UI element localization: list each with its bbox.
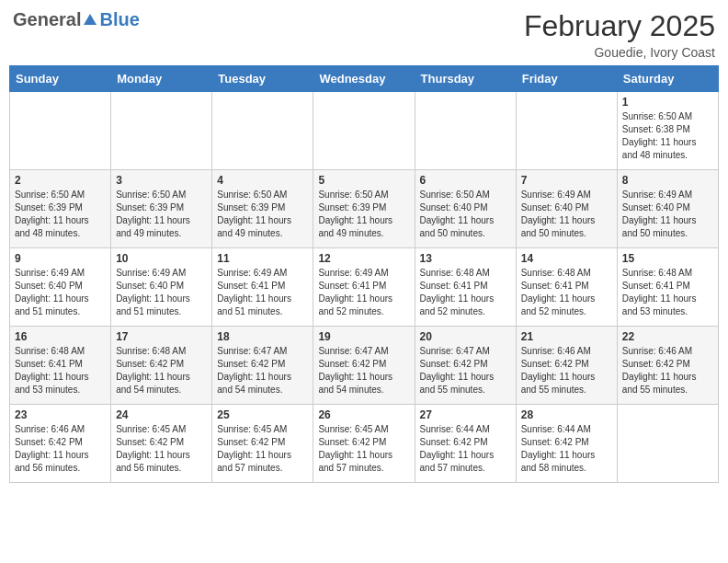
table-row: 24Sunrise: 6:45 AM Sunset: 6:42 PM Dayli… bbox=[111, 405, 212, 483]
day-number: 3 bbox=[116, 174, 207, 187]
table-row: 16Sunrise: 6:48 AM Sunset: 6:41 PM Dayli… bbox=[10, 327, 111, 405]
table-row bbox=[516, 92, 617, 170]
col-tuesday: Tuesday bbox=[212, 66, 313, 92]
day-number: 7 bbox=[521, 174, 612, 187]
day-info: Sunrise: 6:45 AM Sunset: 6:42 PM Dayligh… bbox=[318, 423, 409, 475]
day-info: Sunrise: 6:44 AM Sunset: 6:42 PM Dayligh… bbox=[420, 423, 511, 475]
table-row bbox=[313, 92, 415, 170]
calendar-week-row: 16Sunrise: 6:48 AM Sunset: 6:41 PM Dayli… bbox=[10, 327, 719, 405]
page-header: General Blue February 2025 Gouedie, Ivor… bbox=[9, 9, 719, 60]
table-row: 21Sunrise: 6:46 AM Sunset: 6:42 PM Dayli… bbox=[516, 327, 617, 405]
day-info: Sunrise: 6:49 AM Sunset: 6:40 PM Dayligh… bbox=[521, 189, 612, 240]
day-number: 23 bbox=[15, 408, 106, 421]
table-row: 6Sunrise: 6:50 AM Sunset: 6:40 PM Daylig… bbox=[415, 170, 516, 248]
day-info: Sunrise: 6:48 AM Sunset: 6:41 PM Dayligh… bbox=[15, 345, 106, 396]
day-number: 4 bbox=[217, 174, 308, 187]
day-info: Sunrise: 6:49 AM Sunset: 6:41 PM Dayligh… bbox=[217, 267, 308, 318]
day-number: 26 bbox=[318, 408, 409, 421]
calendar-week-row: 2Sunrise: 6:50 AM Sunset: 6:39 PM Daylig… bbox=[10, 170, 719, 248]
day-number: 13 bbox=[420, 252, 511, 265]
day-info: Sunrise: 6:46 AM Sunset: 6:42 PM Dayligh… bbox=[15, 423, 106, 475]
table-row bbox=[415, 92, 516, 170]
day-number: 16 bbox=[15, 330, 106, 343]
table-row: 28Sunrise: 6:44 AM Sunset: 6:42 PM Dayli… bbox=[516, 405, 617, 483]
col-saturday: Saturday bbox=[617, 66, 718, 92]
table-row: 8Sunrise: 6:49 AM Sunset: 6:40 PM Daylig… bbox=[617, 170, 718, 248]
day-info: Sunrise: 6:46 AM Sunset: 6:42 PM Dayligh… bbox=[622, 345, 713, 396]
table-row: 22Sunrise: 6:46 AM Sunset: 6:42 PM Dayli… bbox=[617, 327, 718, 405]
table-row: 20Sunrise: 6:47 AM Sunset: 6:42 PM Dayli… bbox=[415, 327, 516, 405]
table-row bbox=[212, 92, 313, 170]
svg-marker-0 bbox=[84, 14, 97, 25]
day-info: Sunrise: 6:48 AM Sunset: 6:42 PM Dayligh… bbox=[116, 345, 207, 396]
col-thursday: Thursday bbox=[415, 66, 516, 92]
day-info: Sunrise: 6:48 AM Sunset: 6:41 PM Dayligh… bbox=[622, 267, 713, 318]
table-row: 2Sunrise: 6:50 AM Sunset: 6:39 PM Daylig… bbox=[10, 170, 111, 248]
col-friday: Friday bbox=[516, 66, 617, 92]
day-info: Sunrise: 6:50 AM Sunset: 6:39 PM Dayligh… bbox=[116, 189, 207, 240]
day-number: 22 bbox=[622, 330, 713, 343]
day-number: 11 bbox=[217, 252, 308, 265]
table-row: 11Sunrise: 6:49 AM Sunset: 6:41 PM Dayli… bbox=[212, 248, 313, 327]
day-number: 6 bbox=[420, 174, 511, 187]
table-row: 3Sunrise: 6:50 AM Sunset: 6:39 PM Daylig… bbox=[111, 170, 212, 248]
day-info: Sunrise: 6:50 AM Sunset: 6:39 PM Dayligh… bbox=[318, 189, 409, 240]
month-title: February 2025 bbox=[524, 9, 715, 43]
day-number: 21 bbox=[521, 330, 612, 343]
day-number: 20 bbox=[420, 330, 511, 343]
day-info: Sunrise: 6:49 AM Sunset: 6:40 PM Dayligh… bbox=[622, 189, 713, 240]
table-row: 25Sunrise: 6:45 AM Sunset: 6:42 PM Dayli… bbox=[212, 405, 313, 483]
logo-icon bbox=[82, 12, 98, 29]
table-row: 12Sunrise: 6:49 AM Sunset: 6:41 PM Dayli… bbox=[313, 248, 415, 327]
day-number: 15 bbox=[622, 252, 713, 265]
table-row: 7Sunrise: 6:49 AM Sunset: 6:40 PM Daylig… bbox=[516, 170, 617, 248]
table-row bbox=[617, 405, 718, 483]
day-number: 24 bbox=[116, 408, 207, 421]
location-subtitle: Gouedie, Ivory Coast bbox=[524, 45, 715, 60]
day-info: Sunrise: 6:45 AM Sunset: 6:42 PM Dayligh… bbox=[116, 423, 207, 475]
table-row: 23Sunrise: 6:46 AM Sunset: 6:42 PM Dayli… bbox=[10, 405, 111, 483]
day-info: Sunrise: 6:50 AM Sunset: 6:39 PM Dayligh… bbox=[15, 189, 106, 240]
logo-blue: Blue bbox=[99, 9, 139, 29]
logo: General Blue bbox=[13, 9, 140, 30]
day-number: 28 bbox=[521, 408, 612, 421]
table-row: 18Sunrise: 6:47 AM Sunset: 6:42 PM Dayli… bbox=[212, 327, 313, 405]
table-row: 26Sunrise: 6:45 AM Sunset: 6:42 PM Dayli… bbox=[313, 405, 415, 483]
day-number: 17 bbox=[116, 330, 207, 343]
day-number: 12 bbox=[318, 252, 409, 265]
table-row: 10Sunrise: 6:49 AM Sunset: 6:40 PM Dayli… bbox=[111, 248, 212, 327]
day-info: Sunrise: 6:47 AM Sunset: 6:42 PM Dayligh… bbox=[318, 345, 409, 396]
calendar-week-row: 9Sunrise: 6:49 AM Sunset: 6:40 PM Daylig… bbox=[10, 248, 719, 327]
day-number: 19 bbox=[318, 330, 409, 343]
table-row bbox=[10, 92, 111, 170]
calendar-table: Sunday Monday Tuesday Wednesday Thursday… bbox=[9, 65, 719, 483]
table-row bbox=[111, 92, 212, 170]
table-row: 17Sunrise: 6:48 AM Sunset: 6:42 PM Dayli… bbox=[111, 327, 212, 405]
day-number: 10 bbox=[116, 252, 207, 265]
day-number: 18 bbox=[217, 330, 308, 343]
day-number: 14 bbox=[521, 252, 612, 265]
title-block: February 2025 Gouedie, Ivory Coast bbox=[524, 9, 715, 60]
calendar-week-row: 23Sunrise: 6:46 AM Sunset: 6:42 PM Dayli… bbox=[10, 405, 719, 483]
calendar-week-row: 1Sunrise: 6:50 AM Sunset: 6:38 PM Daylig… bbox=[10, 92, 719, 170]
day-number: 2 bbox=[15, 174, 106, 187]
day-info: Sunrise: 6:48 AM Sunset: 6:41 PM Dayligh… bbox=[521, 267, 612, 318]
day-number: 8 bbox=[622, 174, 713, 187]
col-wednesday: Wednesday bbox=[313, 66, 415, 92]
table-row: 19Sunrise: 6:47 AM Sunset: 6:42 PM Dayli… bbox=[313, 327, 415, 405]
table-row: 13Sunrise: 6:48 AM Sunset: 6:41 PM Dayli… bbox=[415, 248, 516, 327]
col-monday: Monday bbox=[111, 66, 212, 92]
day-info: Sunrise: 6:46 AM Sunset: 6:42 PM Dayligh… bbox=[521, 345, 612, 396]
day-info: Sunrise: 6:49 AM Sunset: 6:41 PM Dayligh… bbox=[318, 267, 409, 318]
day-number: 25 bbox=[217, 408, 308, 421]
table-row: 27Sunrise: 6:44 AM Sunset: 6:42 PM Dayli… bbox=[415, 405, 516, 483]
logo-general: General bbox=[13, 9, 81, 30]
day-info: Sunrise: 6:49 AM Sunset: 6:40 PM Dayligh… bbox=[116, 267, 207, 318]
day-info: Sunrise: 6:50 AM Sunset: 6:39 PM Dayligh… bbox=[217, 189, 308, 240]
table-row: 1Sunrise: 6:50 AM Sunset: 6:38 PM Daylig… bbox=[617, 92, 718, 170]
day-info: Sunrise: 6:50 AM Sunset: 6:38 PM Dayligh… bbox=[622, 110, 713, 162]
day-number: 27 bbox=[420, 408, 511, 421]
table-row: 15Sunrise: 6:48 AM Sunset: 6:41 PM Dayli… bbox=[617, 248, 718, 327]
table-row: 5Sunrise: 6:50 AM Sunset: 6:39 PM Daylig… bbox=[313, 170, 415, 248]
day-info: Sunrise: 6:47 AM Sunset: 6:42 PM Dayligh… bbox=[420, 345, 511, 396]
